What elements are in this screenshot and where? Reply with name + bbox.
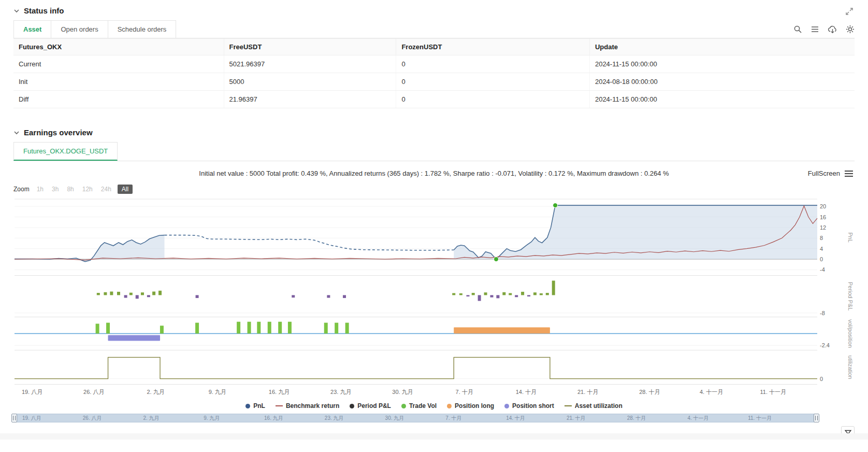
init-free: 5000 <box>224 73 396 91</box>
legend-marker-icon <box>245 404 250 408</box>
legend-label: Trade Vol <box>409 402 437 409</box>
init-update: 2024-08-18 00:00:00 <box>589 73 855 91</box>
legend-marker-icon <box>276 405 283 406</box>
col-header-free: FreeUSDT <box>224 39 396 55</box>
legend-marker-icon <box>504 404 509 408</box>
collapse-chevron-icon[interactable] <box>13 8 20 14</box>
zoom-option-8h[interactable]: 8h <box>65 185 76 194</box>
tab-futures-okx-doge-usdt[interactable]: Futures_OKX.DOGE_USDT <box>13 142 118 161</box>
legend-marker-icon <box>565 405 572 406</box>
navigator-label: 21. 十月 <box>567 415 627 422</box>
navigator-label: 28. 十月 <box>627 415 688 422</box>
chart-wrap: 201612840-4PnL-8Period P&L-2.4vol/positi… <box>13 196 855 401</box>
current-link[interactable]: Current <box>13 55 224 73</box>
chart-legend: PnLBenchmark returnPeriod P&LTrade VolPo… <box>13 402 855 409</box>
list-icon[interactable] <box>811 25 819 34</box>
fullscreen-button[interactable]: FullScreen <box>808 170 840 177</box>
navigator-label: 14. 十月 <box>506 415 567 422</box>
earnings-overview-panel: Earnings overview Futures_OKX.DOGE_USDT … <box>13 128 855 440</box>
asset-table: Futures_OKX FreeUSDT FrozenUSDT Update C… <box>13 38 855 108</box>
legend-item-position-long[interactable]: Position long <box>447 402 494 409</box>
current-frozen: 0 <box>396 55 590 73</box>
tab-asset[interactable]: Asset <box>13 20 51 38</box>
svg-text:21. 十月: 21. 十月 <box>577 389 598 395</box>
svg-text:26. 八月: 26. 八月 <box>83 389 104 395</box>
tab-open-orders[interactable]: Open orders <box>51 20 108 38</box>
navigator-label: 9. 九月 <box>204 415 264 422</box>
diff-frozen: 0 <box>396 91 590 108</box>
legend-item-position-short[interactable]: Position short <box>504 402 554 409</box>
svg-text:-4: -4 <box>820 266 825 273</box>
zoom-label: Zoom <box>13 186 30 193</box>
earnings-chart[interactable]: 201612840-4PnL-8Period P&L-2.4vol/positi… <box>13 196 855 399</box>
expand-icon[interactable] <box>845 7 853 18</box>
cloud-download-icon[interactable] <box>828 25 837 34</box>
legend-label: PnL <box>253 402 265 409</box>
legend-item-period-p-l[interactable]: Period P&L <box>350 402 391 409</box>
svg-text:0: 0 <box>820 256 823 262</box>
col-header-update: Update <box>589 39 855 55</box>
zoom-option-1h[interactable]: 1h <box>35 185 46 194</box>
navigator-label: 7. 十月 <box>445 415 506 422</box>
svg-text:4: 4 <box>820 246 823 252</box>
navigator-label: 2. 九月 <box>143 415 204 422</box>
legend-label: Period P&L <box>357 402 391 409</box>
svg-text:23. 九月: 23. 九月 <box>330 389 351 395</box>
svg-text:0: 0 <box>820 376 823 382</box>
legend-item-asset-utilization[interactable]: Asset utilization <box>565 402 623 409</box>
collapse-chevron-icon[interactable] <box>13 130 20 136</box>
tab-schedule-orders[interactable]: Schedule orders <box>108 20 177 38</box>
svg-text:4. 十一月: 4. 十一月 <box>700 389 723 395</box>
search-icon[interactable] <box>793 25 802 34</box>
zoom-option-all[interactable]: All <box>118 185 133 194</box>
legend-item-pnl[interactable]: PnL <box>245 402 265 409</box>
navigator-label: 19. 八月 <box>22 415 83 422</box>
navigator-right-handle[interactable] <box>814 414 819 422</box>
svg-text:9. 九月: 9. 九月 <box>209 389 226 395</box>
svg-text:2. 九月: 2. 九月 <box>147 389 164 395</box>
zoom-option-3h[interactable]: 3h <box>50 185 61 194</box>
svg-text:12: 12 <box>820 224 826 231</box>
zoom-option-12h[interactable]: 12h <box>80 185 95 194</box>
diff-free: 21.96397 <box>224 91 396 108</box>
table-row-current: Current 5021.96397 0 2024-11-15 00:00:00 <box>13 55 855 73</box>
chart-navigator[interactable]: 19. 八月26. 八月2. 九月9. 九月16. 九月23. 九月30. 九月… <box>13 414 817 422</box>
diff-update: 2024-11-15 00:00:00 <box>589 91 855 108</box>
zoom-row: Zoom 1h3h8h12h24hAll <box>13 185 855 194</box>
table-row-init: Init 5000 0 2024-08-18 00:00:00 <box>13 73 855 91</box>
status-info-title: Status info <box>24 6 64 15</box>
col-header-frozen: FrozenUSDT <box>396 39 590 55</box>
chart-menu-icon[interactable] <box>844 170 853 177</box>
legend-item-trade-vol[interactable]: Trade Vol <box>401 402 437 409</box>
navigator-label: 4. 十一月 <box>687 415 748 422</box>
svg-text:19. 八月: 19. 八月 <box>22 389 42 395</box>
legend-marker-icon <box>401 404 406 408</box>
legend-marker-icon <box>447 404 452 408</box>
init-label: Init <box>13 73 224 91</box>
main-page: Status info Asset Open orders Schedule o… <box>0 0 868 440</box>
svg-text:11. 十一月: 11. 十一月 <box>760 389 787 395</box>
footer-strip <box>0 433 868 440</box>
svg-text:30. 九月: 30. 九月 <box>392 389 413 395</box>
gear-icon[interactable] <box>846 25 855 34</box>
svg-text:7. 十月: 7. 十月 <box>456 389 473 395</box>
navigator-left-handle[interactable] <box>11 414 17 422</box>
svg-text:8: 8 <box>820 235 823 241</box>
diff-label: Diff <box>13 91 224 108</box>
status-info-panel: Status info Asset Open orders Schedule o… <box>13 6 855 108</box>
svg-text:Period P&L: Period P&L <box>847 282 853 311</box>
earnings-tabs-row: Futures_OKX.DOGE_USDT <box>13 142 855 161</box>
summary-stats: Initial net value : 5000 Total profit: 0… <box>199 170 669 177</box>
legend-item-benchmark-return[interactable]: Benchmark return <box>276 402 339 409</box>
svg-text:20: 20 <box>820 203 826 209</box>
col-header-account: Futures_OKX <box>13 39 224 55</box>
navigator-label: 11. 十一月 <box>748 415 808 422</box>
navigator-label: 23. 九月 <box>325 415 385 422</box>
zoom-option-24h[interactable]: 24h <box>99 185 113 194</box>
svg-text:utilization: utilization <box>847 356 853 379</box>
legend-label: Position long <box>455 402 494 409</box>
table-row-diff: Diff 21.96397 0 2024-11-15 00:00:00 <box>13 91 855 108</box>
stats-row: Initial net value : 5000 Total profit: 0… <box>13 170 855 177</box>
svg-text:16: 16 <box>820 214 826 220</box>
svg-text:-8: -8 <box>820 310 825 316</box>
